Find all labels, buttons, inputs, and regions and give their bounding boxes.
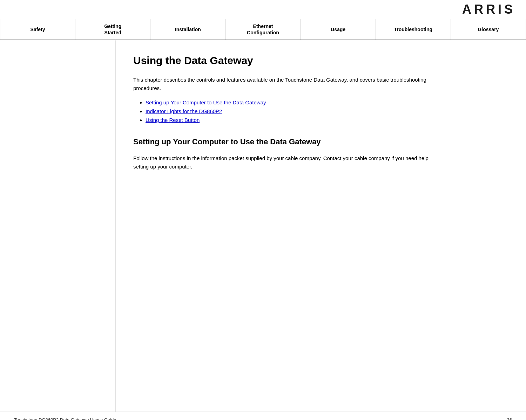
footer: Touchstone DG860P2 Data Gateway User's G… [0, 412, 526, 420]
nav-troubleshooting[interactable]: Troubleshooting [376, 19, 451, 40]
content-area: Using the Data Gateway This chapter desc… [116, 40, 526, 412]
toc-item-2: Indicator Lights for the DG860P2 [146, 108, 505, 114]
nav-getting-started[interactable]: Getting Started [75, 19, 150, 40]
page-wrapper: ARRIS Safety Getting Started Installatio… [0, 0, 526, 420]
intro-text: This chapter describes the controls and … [133, 76, 431, 92]
toc-link-1[interactable]: Setting up Your Computer to Use the Data… [146, 99, 266, 105]
nav-ethernet-configuration[interactable]: Ethernet Configuration [225, 19, 301, 40]
nav-usage[interactable]: Usage [301, 19, 376, 40]
nav-installation[interactable]: Installation [150, 19, 225, 40]
toc-link-2[interactable]: Indicator Lights for the DG860P2 [146, 108, 222, 114]
sidebar [0, 40, 116, 412]
toc-list: Setting up Your Computer to Use the Data… [133, 99, 505, 123]
nav-glossary[interactable]: Glossary [451, 19, 526, 40]
arris-logo: ARRIS [462, 2, 515, 17]
main-content: Using the Data Gateway This chapter desc… [0, 40, 526, 412]
toc-item-1: Setting up Your Computer to Use the Data… [146, 99, 505, 105]
section1-text: Follow the instructions in the informati… [133, 154, 431, 171]
navbar: Safety Getting Started Installation Ethe… [0, 19, 526, 40]
toc-item-3: Using the Reset Button [146, 117, 505, 123]
toc-link-3[interactable]: Using the Reset Button [146, 117, 200, 123]
footer-left-text: Touchstone DG860P2 Data Gateway User's G… [14, 417, 116, 420]
nav-safety[interactable]: Safety [0, 19, 75, 40]
header: ARRIS [0, 0, 526, 19]
section1-title: Setting up Your Computer to Use the Data… [133, 137, 431, 147]
footer-page-number: 36 [507, 417, 512, 420]
page-title: Using the Data Gateway [133, 54, 505, 67]
